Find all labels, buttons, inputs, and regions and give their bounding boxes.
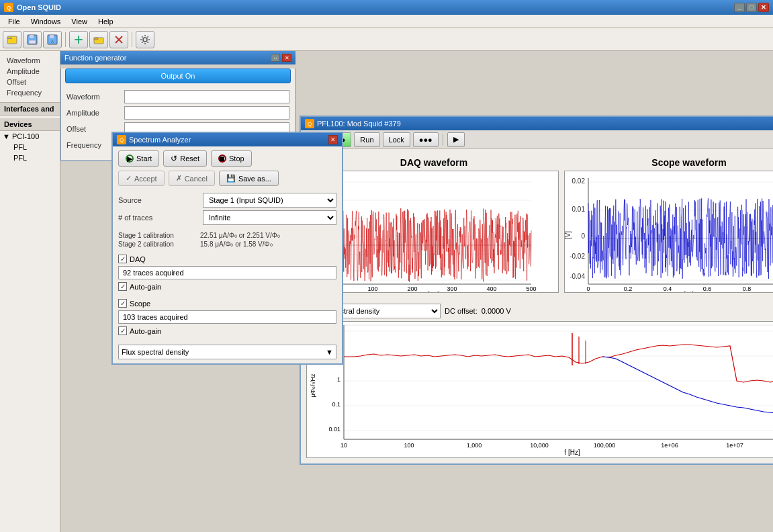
traces-select[interactable]: Infinite bbox=[203, 210, 336, 225]
dc-offset-label: DC offset: bbox=[445, 307, 478, 315]
scope-chart-title: Scope waveform bbox=[564, 157, 773, 168]
spectrum-area: 100 10 1 0.1 0.01 μΦ₀/√Hz bbox=[301, 321, 773, 463]
saveas-button[interactable]: A bbox=[43, 31, 62, 48]
scope-waveform-svg: 0.02 0.01 0 -0.02 -0.04 [V] bbox=[565, 171, 773, 292]
save-button[interactable] bbox=[23, 31, 42, 48]
menu-windows[interactable]: Windows bbox=[26, 16, 66, 27]
svg-text:1: 1 bbox=[337, 376, 340, 383]
start-icon: ▶ bbox=[126, 154, 134, 163]
menu-file[interactable]: File bbox=[3, 16, 26, 27]
scope-section: Scope 103 traces acquired Auto-gain bbox=[113, 296, 342, 341]
tree-item-pci100[interactable]: ▼ PCI-100 bbox=[0, 131, 60, 142]
content-area: Function generator ↔ ✕ Output On Wavefor… bbox=[60, 51, 773, 532]
pfl-btn-6[interactable]: ▶ bbox=[447, 132, 465, 147]
daq-autogain-row: Auto-gain bbox=[118, 282, 336, 291]
devices-section: Devices ▼ PCI-100 PFL PFL bbox=[0, 118, 60, 163]
tree-item-pfl2[interactable]: PFL bbox=[0, 152, 60, 163]
tree-item-pfl1[interactable]: PFL bbox=[0, 142, 60, 152]
add-button[interactable] bbox=[69, 31, 88, 48]
daq-traces-text: 92 traces acquired bbox=[123, 269, 184, 277]
stage1-cal-label: Stage 1 calibration bbox=[118, 232, 199, 239]
title-bar-controls: _ □ ✕ bbox=[734, 3, 769, 12]
svg-rect-4 bbox=[29, 40, 36, 44]
svg-text:-0.04: -0.04 bbox=[570, 273, 585, 280]
traces-label: # of traces bbox=[118, 210, 199, 225]
svg-rect-3 bbox=[30, 35, 34, 38]
waveform-section: Waveform Amplitude Offset Frequency bbox=[0, 51, 60, 102]
fg-title-text: Function generator bbox=[64, 54, 126, 62]
pfl-icon: Q bbox=[305, 119, 314, 128]
svg-text:0.01: 0.01 bbox=[572, 206, 586, 213]
fg-close-button[interactable]: ✕ bbox=[282, 54, 291, 62]
daq-checkbox[interactable] bbox=[118, 255, 127, 263]
svg-text:-0.02: -0.02 bbox=[570, 253, 585, 260]
menu-view[interactable]: View bbox=[66, 16, 93, 27]
output-on-button[interactable]: Output On bbox=[65, 69, 291, 83]
scope-chart-area: 0.02 0.01 0 -0.02 -0.04 [V] bbox=[564, 171, 773, 293]
sa-title-bar: Q Spectrum Analyzer ✕ bbox=[113, 133, 342, 146]
svg-rect-6 bbox=[50, 35, 54, 38]
folder-button[interactable] bbox=[89, 31, 108, 48]
scope-autogain-checkbox[interactable] bbox=[118, 326, 127, 335]
sa-title-text: Spectrum Analyzer bbox=[129, 136, 191, 144]
daq-chart-area: 0.008 0.006 0.004 0.002 0 -0.002 -0.006 … bbox=[309, 171, 559, 293]
amplitude-input[interactable] bbox=[124, 106, 289, 120]
svg-text:100: 100 bbox=[367, 285, 377, 292]
spectrum-chart: 100 10 1 0.1 0.01 μΦ₀/√Hz bbox=[306, 321, 773, 458]
scope-traces-text: 103 traces acquired bbox=[123, 313, 188, 321]
fg-restore-button[interactable]: ↔ bbox=[271, 54, 280, 62]
svg-text:μΦ₀/√Hz: μΦ₀/√Hz bbox=[310, 373, 316, 397]
daq-checkbox-row: DAQ bbox=[118, 255, 336, 263]
pfl-btn-3[interactable]: Run bbox=[354, 132, 379, 147]
stop-button[interactable]: ⏹ Stop bbox=[211, 150, 252, 167]
pfl-btn-4[interactable]: Lock bbox=[383, 132, 410, 147]
menu-help[interactable]: Help bbox=[93, 16, 119, 27]
cancel-button[interactable]: ✗ Cancel bbox=[169, 171, 215, 186]
scope-autogain-row: Auto-gain bbox=[118, 326, 336, 335]
maximize-button[interactable]: □ bbox=[746, 3, 757, 12]
minimize-button[interactable]: _ bbox=[734, 3, 745, 12]
svg-text:0.01: 0.01 bbox=[328, 426, 340, 433]
svg-text:100,000: 100,000 bbox=[594, 442, 616, 449]
accept-icon: ✓ bbox=[126, 174, 132, 183]
open-button[interactable] bbox=[3, 31, 21, 48]
svg-text:0.6: 0.6 bbox=[703, 285, 712, 292]
svg-text:0.1: 0.1 bbox=[332, 401, 340, 408]
menu-bar: File Windows View Help bbox=[0, 15, 773, 28]
save-as-button[interactable]: 💾 Save as... bbox=[219, 171, 279, 186]
stop-icon: ⏹ bbox=[218, 154, 226, 163]
start-button[interactable]: ▶ Start bbox=[118, 150, 159, 167]
svg-text:1e+06: 1e+06 bbox=[661, 442, 678, 449]
scope-autogain-label: Auto-gain bbox=[130, 327, 161, 335]
main-toolbar: A bbox=[0, 28, 773, 51]
settings-button[interactable] bbox=[136, 31, 154, 48]
svg-text:500: 500 bbox=[526, 285, 536, 292]
waveform-input[interactable] bbox=[124, 90, 289, 103]
spectrum-type-dropdown[interactable]: Flux spectral density ▼ bbox=[118, 345, 336, 359]
daq-autogain-checkbox[interactable] bbox=[118, 282, 127, 291]
reset-button[interactable]: ↺ Reset bbox=[163, 150, 207, 167]
stage1-cal-value: 22.51 μA/Φ₀ or 2.251 V/Φ₀ bbox=[200, 232, 336, 239]
svg-text:0: 0 bbox=[581, 232, 585, 240]
amplitude-label: Amplitude bbox=[4, 66, 56, 77]
svg-text:10,000: 10,000 bbox=[530, 442, 549, 449]
daq-traces-box: 92 traces acquired bbox=[118, 266, 336, 279]
main-area: Waveform Amplitude Offset Frequency Inte… bbox=[0, 51, 773, 532]
delete-button[interactable] bbox=[109, 31, 128, 48]
svg-text:1e+07: 1e+07 bbox=[726, 442, 743, 449]
close-button[interactable]: ✕ bbox=[758, 3, 769, 12]
sa-calibration: Stage 1 calibration 22.51 μA/Φ₀ or 2.251… bbox=[113, 230, 342, 249]
accept-button[interactable]: ✓ Accept bbox=[118, 171, 165, 186]
scope-checkbox[interactable] bbox=[118, 299, 127, 308]
svg-text:300: 300 bbox=[447, 285, 457, 292]
svg-text:0.4: 0.4 bbox=[664, 285, 672, 292]
toolbar-separator-1 bbox=[65, 32, 66, 47]
daq-autogain-label: Auto-gain bbox=[130, 283, 161, 291]
svg-rect-0 bbox=[7, 36, 17, 44]
pfl-title-text: PFL100: Mod Squid #379 bbox=[317, 120, 401, 128]
source-select[interactable]: Stage 1 (Input SQUID) bbox=[203, 193, 336, 208]
waveform-label: Waveform bbox=[4, 55, 56, 66]
app-icon: Q bbox=[4, 3, 13, 12]
pfl-btn-5[interactable]: ●●● bbox=[413, 132, 439, 147]
sa-close-button[interactable]: ✕ bbox=[328, 135, 338, 144]
